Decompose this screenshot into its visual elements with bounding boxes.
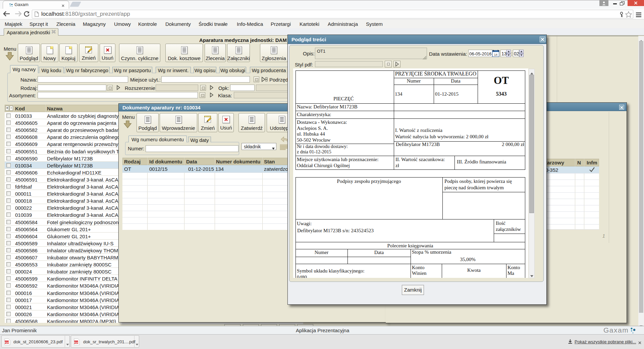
svg-text:PDF: PDF xyxy=(5,341,9,344)
svg-text:PDF: PDF xyxy=(74,341,78,344)
svg-text:14: 14 xyxy=(494,53,497,56)
